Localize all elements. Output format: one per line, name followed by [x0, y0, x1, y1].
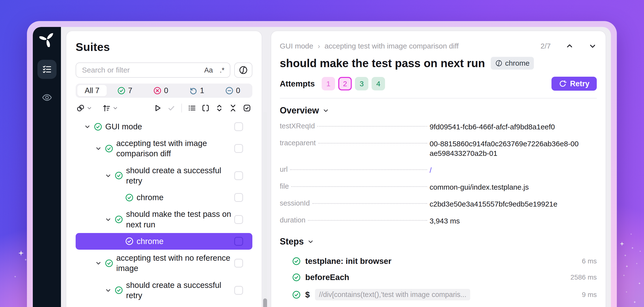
collapse-vertical-icon — [229, 104, 237, 112]
browser-filter-button[interactable] — [234, 63, 252, 78]
search-box: Aa .* — [76, 63, 230, 78]
tree-row-label[interactable]: should create a successful retry — [126, 280, 234, 301]
row-checkbox[interactable] — [234, 286, 243, 295]
passed-check-icon — [125, 193, 134, 202]
collapse-all-button[interactable] — [229, 104, 237, 112]
chevron-down-icon[interactable] — [84, 123, 91, 130]
tree-row[interactable]: should make the test pass on next run — [76, 206, 252, 233]
row-checkbox[interactable] — [234, 171, 243, 180]
retried-count: 1 — [200, 86, 204, 95]
url-link[interactable]: / — [430, 165, 586, 175]
overview-row: testXReqId 9fd09541-fcb6-466f-afcf-af9bd… — [280, 122, 597, 132]
overview-section-header[interactable]: Overview — [280, 105, 597, 116]
filter-failed[interactable]: 0 — [143, 86, 179, 95]
chevron-down-icon[interactable] — [105, 172, 112, 179]
row-checkbox[interactable] — [234, 193, 243, 202]
sort-dropdown[interactable] — [102, 104, 118, 112]
test-details-panel: GUI mode › accepting test with image com… — [271, 31, 606, 307]
tree-scrollbar[interactable] — [263, 112, 267, 307]
tree-row-label[interactable]: should make the test pass on next run — [126, 209, 234, 230]
overview-row: sessionId c2bd3e50e3a415557bfc9edb5e1992… — [280, 199, 597, 209]
sidebar-rail — [33, 27, 61, 307]
retry-button[interactable]: Retry — [552, 77, 597, 91]
tests-list-icon — [42, 65, 52, 74]
tree-row-label[interactable]: should create a successful retry — [126, 165, 234, 186]
tree-row-label[interactable]: chrome — [136, 236, 164, 246]
chevron-down-icon[interactable] — [105, 287, 112, 294]
filter-skipped[interactable]: 0 — [215, 86, 251, 95]
tree-row-selected[interactable]: chrome — [76, 233, 252, 250]
tree-row[interactable]: chrome — [76, 189, 252, 206]
expand-all-button[interactable] — [215, 104, 224, 112]
chevron-down-icon[interactable] — [95, 260, 102, 266]
attempt-chip-4[interactable]: 4 — [372, 77, 385, 90]
select-all-button[interactable] — [242, 104, 252, 112]
filter-passed[interactable]: 7 — [107, 86, 143, 95]
tree-row-label[interactable]: accepting test with no reference image — [116, 253, 231, 273]
group-by-dropdown[interactable] — [76, 104, 92, 112]
field-value: common-gui/index.testplane.js — [430, 182, 586, 192]
steps-section-header[interactable]: Steps — [280, 236, 597, 247]
dotted-leader — [317, 126, 427, 127]
tree-row[interactable]: GUI mode — [76, 118, 252, 135]
dotted-leader — [308, 220, 427, 221]
attempt-chip-2-active[interactable]: 2 — [338, 77, 352, 90]
regex-toggle[interactable]: .* — [220, 66, 224, 74]
run-tests-button[interactable] — [153, 104, 162, 112]
step-name[interactable]: testplane: init browser — [305, 256, 392, 266]
sidebar-item-preview[interactable] — [40, 90, 54, 105]
tree-row[interactable]: should create a successful retry — [76, 162, 252, 189]
focus-selection-button[interactable] — [202, 104, 210, 112]
step-row[interactable]: $ //div[contains(text(),'test with image… — [280, 285, 597, 304]
row-checkbox[interactable] — [234, 215, 243, 224]
attempt-chip-3[interactable]: 3 — [355, 77, 368, 90]
chevron-up-icon — [566, 42, 574, 50]
tree-row-label[interactable]: accepting test with image comparison dif… — [116, 138, 231, 159]
sidebar-item-tests[interactable] — [38, 60, 56, 79]
field-label: traceparent — [280, 139, 316, 147]
tree-row-label[interactable]: GUI mode — [105, 122, 142, 132]
step-name[interactable]: $ — [305, 290, 310, 299]
search-input[interactable] — [82, 66, 197, 75]
passed-check-icon — [117, 87, 126, 95]
failed-x-icon — [153, 87, 162, 95]
scrollbar-thumb[interactable] — [263, 298, 267, 307]
next-test-button[interactable] — [588, 42, 597, 50]
match-case-toggle[interactable]: Aa — [204, 66, 213, 74]
filter-all[interactable]: All 7 — [77, 85, 107, 96]
chevron-down-icon — [86, 105, 92, 111]
tree-row-label[interactable]: chrome — [136, 192, 164, 203]
preview-eye-icon — [42, 92, 52, 103]
tree-row[interactable]: chrome — [76, 304, 252, 307]
field-value: 3,943 ms — [430, 216, 586, 226]
passed-check-icon — [125, 237, 134, 245]
row-checkbox[interactable] — [234, 144, 243, 153]
testplane-logo — [40, 32, 54, 47]
filter-retried[interactable]: 1 — [179, 86, 215, 95]
sort-icon — [102, 104, 111, 112]
chevron-down-icon[interactable] — [105, 216, 112, 223]
step-row[interactable]: testplane: init browser 6 ms — [280, 253, 597, 269]
attempt-chip-1[interactable]: 1 — [322, 77, 335, 90]
tree-row[interactable]: should create a successful retry — [76, 277, 252, 304]
overview-row: traceparent 00-8815860c914fa0c263769e722… — [280, 139, 597, 158]
row-checkbox[interactable] — [234, 259, 243, 267]
breadcrumb-item[interactable]: accepting test with image comparison dif… — [324, 42, 459, 50]
row-checkbox[interactable] — [234, 122, 243, 131]
step-row[interactable]: beforeEach 2586 ms — [280, 269, 597, 285]
step-name[interactable]: beforeEach — [305, 273, 349, 282]
tree-row[interactable]: accepting test with no reference image — [76, 250, 252, 277]
chevron-down-icon[interactable] — [95, 145, 102, 152]
tree-row[interactable]: accepting test with image comparison dif… — [76, 135, 252, 162]
list-view-button[interactable] — [188, 104, 196, 112]
status-filter-bar: All 7 7 0 1 — [76, 84, 252, 98]
step-row[interactable]: click 30 ms — [280, 304, 597, 307]
previous-test-button[interactable] — [566, 42, 574, 50]
breadcrumb-item[interactable]: GUI mode — [280, 42, 313, 50]
row-checkbox[interactable] — [234, 237, 243, 246]
dotted-leader — [318, 143, 427, 144]
step-selector-chip: //div[contains(text(),'test with image c… — [315, 289, 470, 300]
passed-check-icon — [292, 273, 301, 282]
step-duration: 2586 ms — [570, 273, 597, 281]
run-passed-button[interactable] — [167, 104, 176, 112]
